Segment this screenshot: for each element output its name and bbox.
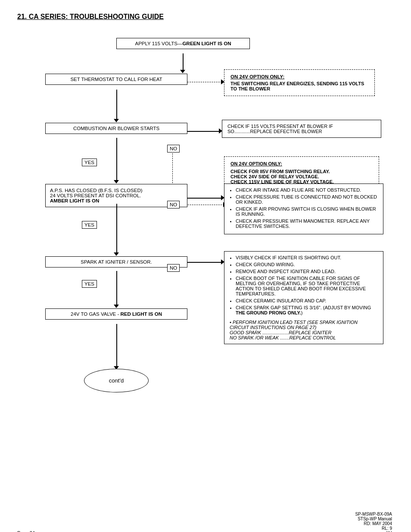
yes-label-3: YES bbox=[82, 280, 97, 288]
diagram: APPLY 115 VOLTS—GREEN LIGHT IS ON SET TH… bbox=[17, 34, 392, 507]
footer-info: SP-MSWP-BX-09A STSp-WP Manual RD: MAY 20… bbox=[355, 512, 392, 532]
gas-valve-box: 24V TO GAS VALVE - RED LIGHT IS ON bbox=[45, 308, 187, 320]
no-label-2: NO bbox=[167, 201, 180, 208]
contd-oval: cont'd bbox=[84, 369, 149, 392]
spark-box: SPARK AT IGNITER / SENSOR. bbox=[45, 256, 187, 268]
combustion-blower-box: COMBUSTION AIR BLOWER STARTS bbox=[45, 123, 187, 134]
check115-box: CHECK IF 115 VOLTS PRESENT AT BLOWER IF … bbox=[222, 120, 381, 138]
yes-label-1: YES bbox=[82, 159, 97, 166]
footer: Page 24 SP-MSWP-BX-09A STSp-WP Manual RD… bbox=[17, 512, 392, 532]
yes-label-2: YES bbox=[82, 221, 97, 229]
page-title: 21. CA SERIES: TROUBLESHOOTING GUIDE bbox=[17, 13, 394, 21]
spark-checks-box: VISIBLY CHECK IF IGNITER IS SHORTING OUT… bbox=[224, 251, 383, 344]
aps-checks-box: CHECK AIR INTAKE AND FLUE ARE NOT OBSTRU… bbox=[224, 184, 383, 234]
no-label-1: NO bbox=[167, 145, 180, 152]
apply115-box: APPLY 115 VOLTS—GREEN LIGHT IS ON bbox=[116, 38, 250, 49]
set-thermostat-box: SET THERMOSTAT TO CALL FOR HEAT bbox=[45, 74, 187, 85]
on24v-box-1: ON 24V OPTION ONLY: THE SWITCHING RELAY … bbox=[224, 69, 375, 96]
page-number: Page 24 bbox=[17, 530, 35, 532]
no-label-3: NO bbox=[167, 264, 180, 272]
